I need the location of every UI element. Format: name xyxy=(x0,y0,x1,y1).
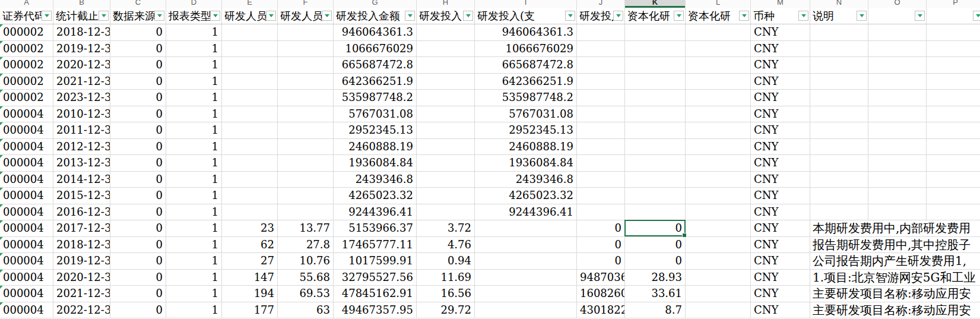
cell-H5[interactable] xyxy=(417,74,475,90)
cell-D9[interactable]: 1 xyxy=(166,139,222,155)
cell-D3[interactable]: 1 xyxy=(166,41,222,57)
cell-A15[interactable]: 000004 xyxy=(0,237,53,253)
cell-P5[interactable] xyxy=(927,74,980,90)
column-letter-L[interactable]: L xyxy=(686,0,751,8)
column-letter-O[interactable]: O xyxy=(868,0,927,8)
filter-button-G[interactable] xyxy=(405,11,415,21)
cell-G2[interactable]: 946064361.3 xyxy=(334,24,417,40)
header-cell-E[interactable]: 研发人员 xyxy=(222,8,278,24)
cell-C2[interactable]: 0 xyxy=(110,24,166,40)
cell-P8[interactable] xyxy=(927,122,980,138)
header-cell-L[interactable]: 资本化研 xyxy=(686,8,751,24)
header-cell-G[interactable]: 研发投入金额 xyxy=(334,8,417,24)
cell-F7[interactable] xyxy=(278,106,334,122)
cell-G4[interactable]: 665687472.8 xyxy=(334,57,417,73)
cell-F3[interactable] xyxy=(278,41,334,57)
cell-O9[interactable] xyxy=(868,139,927,155)
cell-A10[interactable]: 000004 xyxy=(0,155,53,171)
cell-J2[interactable] xyxy=(577,24,625,40)
cell-N5[interactable] xyxy=(810,74,868,90)
cell-K5[interactable] xyxy=(625,74,686,90)
cell-E17[interactable]: 147 xyxy=(222,270,278,286)
cell-J15[interactable]: 0 xyxy=(577,237,625,253)
cell-L16[interactable] xyxy=(686,253,751,269)
cell-G17[interactable]: 32795527.56 xyxy=(334,270,417,286)
cell-H6[interactable] xyxy=(417,90,475,106)
cell-M11[interactable]: CNY xyxy=(751,172,810,188)
cell-J7[interactable] xyxy=(577,106,625,122)
column-letter-J[interactable]: J xyxy=(577,0,625,8)
cell-O11[interactable] xyxy=(868,172,927,188)
cell-L2[interactable] xyxy=(686,24,751,40)
cell-I6[interactable]: 535987748.2 xyxy=(475,90,577,106)
cell-D17[interactable]: 1 xyxy=(166,270,222,286)
cell-J6[interactable] xyxy=(577,90,625,106)
cell-B16[interactable]: 2019-12-31 xyxy=(53,253,110,269)
cell-F15[interactable]: 27.8 xyxy=(278,237,334,253)
cell-B12[interactable]: 2015-12-31 xyxy=(53,188,110,204)
cell-L7[interactable] xyxy=(686,106,751,122)
cell-A12[interactable]: 000004 xyxy=(0,188,53,204)
cell-H8[interactable] xyxy=(417,122,475,138)
cell-D16[interactable]: 1 xyxy=(166,253,222,269)
header-cell-O[interactable] xyxy=(868,8,927,24)
cell-H11[interactable] xyxy=(417,172,475,188)
cell-H17[interactable]: 11.69 xyxy=(417,270,475,286)
cell-C17[interactable]: 0 xyxy=(110,270,166,286)
filter-button-I[interactable] xyxy=(565,11,575,21)
column-letter-G[interactable]: G xyxy=(334,0,417,8)
cell-D18[interactable]: 1 xyxy=(166,286,222,302)
cell-I15[interactable] xyxy=(475,237,577,253)
cell-B7[interactable]: 2010-12-31 xyxy=(53,106,110,122)
cell-J4[interactable] xyxy=(577,57,625,73)
cell-C8[interactable]: 0 xyxy=(110,122,166,138)
cell-D4[interactable]: 1 xyxy=(166,57,222,73)
cell-K8[interactable] xyxy=(625,122,686,138)
cell-C4[interactable]: 0 xyxy=(110,57,166,73)
cell-L9[interactable] xyxy=(686,139,751,155)
filter-button-D[interactable] xyxy=(210,11,220,21)
cell-M14[interactable]: CNY xyxy=(751,220,810,236)
cell-P7[interactable] xyxy=(927,106,980,122)
column-letter-A[interactable]: A xyxy=(0,0,53,8)
cell-C14[interactable]: 0 xyxy=(110,220,166,236)
cell-O5[interactable] xyxy=(868,74,927,90)
cell-B9[interactable]: 2012-12-31 xyxy=(53,139,110,155)
cell-D15[interactable]: 1 xyxy=(166,237,222,253)
cell-A16[interactable]: 000004 xyxy=(0,253,53,269)
cell-E8[interactable] xyxy=(222,122,278,138)
cell-F6[interactable] xyxy=(278,90,334,106)
cell-H7[interactable] xyxy=(417,106,475,122)
cell-N15[interactable]: 报告期研发费用中,其中控股子 xyxy=(810,237,980,253)
cell-M5[interactable]: CNY xyxy=(751,74,810,90)
cell-P4[interactable] xyxy=(927,57,980,73)
header-cell-H[interactable]: 研发投入 xyxy=(417,8,475,24)
cell-P9[interactable] xyxy=(927,139,980,155)
cell-N19[interactable]: 主要研发项目名称:移动应用安 xyxy=(810,302,980,318)
cell-E4[interactable] xyxy=(222,57,278,73)
cell-L6[interactable] xyxy=(686,90,751,106)
cell-D8[interactable]: 1 xyxy=(166,122,222,138)
cell-L3[interactable] xyxy=(686,41,751,57)
cell-A9[interactable]: 000004 xyxy=(0,139,53,155)
cell-I8[interactable]: 2952345.13 xyxy=(475,122,577,138)
filter-button-M[interactable] xyxy=(798,11,808,21)
cell-B6[interactable]: 2023-12-31 xyxy=(53,90,110,106)
cell-F2[interactable] xyxy=(278,24,334,40)
cell-E5[interactable] xyxy=(222,74,278,90)
cell-D19[interactable]: 1 xyxy=(166,302,222,318)
cell-O4[interactable] xyxy=(868,57,927,73)
cell-N4[interactable] xyxy=(810,57,868,73)
cell-G13[interactable]: 9244396.41 xyxy=(334,204,417,220)
cell-M9[interactable]: CNY xyxy=(751,139,810,155)
header-cell-P[interactable] xyxy=(927,8,980,24)
cell-L4[interactable] xyxy=(686,57,751,73)
cell-E18[interactable]: 194 xyxy=(222,286,278,302)
cell-O13[interactable] xyxy=(868,204,927,220)
cell-B4[interactable]: 2020-12-31 xyxy=(53,57,110,73)
cell-C19[interactable]: 0 xyxy=(110,302,166,318)
cell-E15[interactable]: 62 xyxy=(222,237,278,253)
cell-J8[interactable] xyxy=(577,122,625,138)
column-letter-D[interactable]: D xyxy=(166,0,222,8)
cell-F18[interactable]: 69.53 xyxy=(278,286,334,302)
